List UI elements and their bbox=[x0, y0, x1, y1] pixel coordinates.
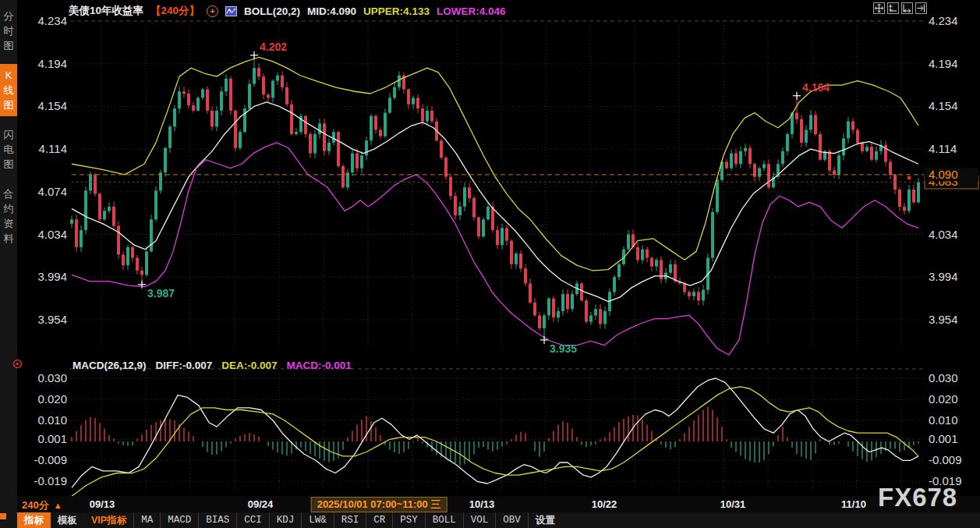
toolbar-item-KDJ[interactable]: KDJ bbox=[269, 512, 302, 528]
time-axis[interactable]: 240分▲ 09/1309/242025/10/01 07:00~11:00 三… bbox=[17, 496, 980, 512]
date-label: 10/13 bbox=[469, 498, 495, 510]
svg-text:0.001: 0.001 bbox=[929, 432, 958, 445]
grid-layer bbox=[70, 21, 924, 493]
scale-x-axis-icon[interactable] bbox=[901, 2, 913, 14]
boll-label: BOLL(20,2) bbox=[244, 5, 300, 17]
extreme-price-label: 4.164 bbox=[802, 81, 830, 94]
toolbar-item-MACD[interactable]: MACD bbox=[160, 512, 198, 528]
boll-upper-line bbox=[72, 57, 918, 271]
boll-upper-value: UPPER:4.133 bbox=[363, 5, 430, 17]
macd-dea-line bbox=[72, 387, 918, 496]
sidebar-tab-1[interactable]: 分时图 bbox=[0, 5, 17, 57]
watermark: FX678 bbox=[878, 483, 957, 512]
svg-text:-0.009: -0.009 bbox=[34, 453, 67, 466]
svg-text:4.154: 4.154 bbox=[37, 99, 67, 112]
date-label: 11/10 bbox=[841, 498, 866, 510]
toolbar-item-PSY[interactable]: PSY bbox=[392, 512, 425, 528]
macd-diff-line bbox=[72, 378, 918, 487]
toolbar-item-RSI[interactable]: RSI bbox=[334, 512, 366, 528]
svg-text:4.234: 4.234 bbox=[929, 14, 958, 27]
date-label: 10/22 bbox=[592, 498, 617, 510]
svg-text:3.954: 3.954 bbox=[37, 313, 67, 326]
svg-text:0.030: 0.030 bbox=[37, 371, 67, 384]
macd-macd-value: MACD:-0.001 bbox=[287, 360, 352, 371]
toolbar-item-LW&[interactable]: LW& bbox=[301, 512, 334, 528]
date-label: 09/13 bbox=[90, 498, 115, 510]
svg-text:4.074: 4.074 bbox=[37, 185, 67, 198]
chart-tools bbox=[873, 2, 927, 14]
svg-text:4.154: 4.154 bbox=[929, 99, 958, 112]
toolbar-item-设置[interactable]: 设置 bbox=[528, 512, 562, 528]
toolbar-item-指标[interactable]: 指标 bbox=[17, 512, 51, 528]
scale-y-axis-icon[interactable] bbox=[887, 2, 899, 14]
pan-icon[interactable] bbox=[873, 2, 885, 14]
toolbar-item-模板[interactable]: 模板 bbox=[51, 512, 84, 528]
indicator-toolbar: 指标模板VIP指标MAMACDBIASCCIKDJLW&RSICRPSYBOLL… bbox=[17, 512, 980, 528]
sidebar-tab-3[interactable]: 闪电图 bbox=[0, 123, 17, 175]
extreme-price-label: 3.935 bbox=[550, 342, 577, 355]
sidebar: 分时图K线图闪电图合约资料 bbox=[0, 0, 17, 528]
svg-text:3.954: 3.954 bbox=[929, 313, 958, 326]
toolbar-item-OBV[interactable]: OBV bbox=[495, 512, 528, 528]
svg-text:4.034: 4.034 bbox=[37, 228, 67, 241]
svg-text:3.994: 3.994 bbox=[37, 270, 67, 283]
toolbar-item-BOLL[interactable]: BOLL bbox=[425, 512, 463, 528]
svg-text:4.194: 4.194 bbox=[37, 57, 67, 70]
macd-dea-value: DEA:-0.007 bbox=[221, 360, 277, 371]
toolbar-item-VIP指标[interactable]: VIP指标 bbox=[84, 512, 133, 528]
date-label: 09/24 bbox=[248, 498, 274, 510]
svg-text:0.020: 0.020 bbox=[37, 392, 67, 406]
chart-canvas[interactable]: 4.2344.1944.1544.1144.0744.0343.9943.954… bbox=[0, 0, 980, 528]
toolbar-item-MA[interactable]: MA bbox=[133, 512, 160, 528]
candles-layer bbox=[70, 55, 920, 340]
boll-mid-value: MID:4.090 bbox=[307, 5, 356, 17]
chart-header: 美债10年收益率 【240分】 + BOLL(20,2) MID:4.090 U… bbox=[69, 4, 505, 18]
instrument-title: 美债10年收益率 bbox=[69, 4, 143, 18]
macd-panel-icon[interactable] bbox=[12, 358, 23, 372]
macd-header: MACD(26,12,9) DIFF:-0.007 DEA:-0.007 MAC… bbox=[73, 360, 352, 371]
svg-text:-0.009: -0.009 bbox=[929, 453, 962, 466]
circle-plus-icon[interactable]: + bbox=[207, 5, 218, 17]
extreme-price-label: 4.202 bbox=[260, 41, 287, 53]
svg-text:4.114: 4.114 bbox=[929, 142, 957, 155]
svg-text:0.001: 0.001 bbox=[37, 432, 67, 445]
toolbar-item-CCI[interactable]: CCI bbox=[236, 512, 269, 528]
boll-lower-value: LOWER:4.046 bbox=[437, 5, 506, 17]
svg-text:0.010: 0.010 bbox=[929, 413, 958, 427]
svg-text:4.034: 4.034 bbox=[929, 228, 958, 241]
svg-text:0.030: 0.030 bbox=[929, 371, 958, 384]
svg-text:3.994: 3.994 bbox=[929, 270, 958, 283]
toolbar-item-BIAS[interactable]: BIAS bbox=[198, 512, 236, 528]
chart-type-icon[interactable] bbox=[225, 6, 237, 16]
period-selector[interactable]: 240分▲ bbox=[22, 498, 62, 512]
toolbar-item-CR[interactable]: CR bbox=[366, 512, 392, 528]
svg-text:0.020: 0.020 bbox=[929, 392, 958, 406]
toolbar-item-VOL[interactable]: VOL bbox=[463, 512, 496, 528]
svg-text:4.194: 4.194 bbox=[929, 57, 958, 70]
period-tag[interactable]: 【240分】 bbox=[150, 4, 200, 18]
macd-histogram bbox=[72, 406, 918, 466]
date-label: 10/31 bbox=[720, 498, 746, 510]
svg-text:4.234: 4.234 bbox=[37, 14, 67, 27]
svg-text:0.010: 0.010 bbox=[37, 413, 67, 427]
last-price-dot bbox=[907, 175, 911, 179]
trading-app: 4.2344.1944.1544.1144.0744.0343.9943.954… bbox=[0, 0, 980, 528]
selected-bar-date-label: 2025/10/01 07:00~11:00 三 bbox=[311, 497, 448, 512]
marker-layer: 4.2023.9874.1643.935 bbox=[138, 41, 830, 355]
scale-reset-icon[interactable] bbox=[915, 2, 927, 14]
macd-diff-value: DIFF:-0.007 bbox=[156, 360, 213, 371]
price-lines-layer: 4.0834.090 bbox=[72, 168, 978, 189]
macd-params-label: MACD(26,12,9) bbox=[73, 360, 147, 371]
sidebar-tab-4[interactable]: 合约资料 bbox=[0, 182, 17, 250]
svg-text:-0.019: -0.019 bbox=[34, 474, 67, 487]
extreme-price-label: 3.987 bbox=[147, 287, 175, 299]
triangle-up-icon: ▲ bbox=[54, 501, 62, 510]
svg-text:4.114: 4.114 bbox=[39, 142, 67, 155]
price-tag: 4.090 bbox=[929, 168, 958, 181]
corner-indicator bbox=[0, 513, 6, 519]
sidebar-tab-2[interactable]: K线图 bbox=[0, 64, 17, 116]
